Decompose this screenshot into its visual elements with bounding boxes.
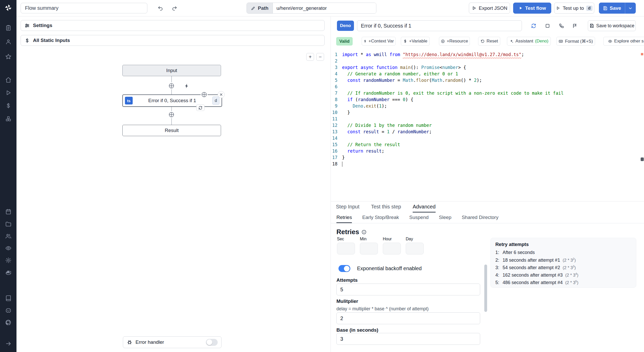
retry-attempts-title: Retry attempts [495,242,631,247]
info-icon[interactable] [361,230,367,235]
undo-button[interactable] [156,4,165,13]
users-icon[interactable] [3,231,13,241]
multiplier-input[interactable] [336,312,480,324]
subtab-shared-directory[interactable]: Shared Directory [462,213,498,223]
export-json-button[interactable]: Export JSON [469,3,510,14]
scrollbar-thumb[interactable] [484,265,487,312]
assistant-lang-label: (Deno) [535,39,548,44]
insert-branch-button[interactable] [201,91,208,98]
whale-icon[interactable] [3,267,13,277]
step-name-input[interactable] [357,20,522,31]
tab-test-this-step[interactable]: Test this step [371,201,401,213]
book-icon[interactable] [3,293,13,303]
add-variable-button[interactable]: +Variable [401,37,430,46]
user-icon[interactable] [3,37,13,47]
format-button[interactable]: Format (⌘+S) [556,37,595,46]
folder-icon[interactable] [3,219,13,229]
line-number: 4 [331,71,337,77]
sec-input[interactable] [337,243,355,254]
insert-step-button[interactable] [168,82,175,89]
line-number: 3 [331,64,337,71]
calendar-icon[interactable] [3,206,13,217]
zoom-out-button[interactable]: − [316,53,324,61]
sync-button[interactable] [529,21,538,30]
zoom-in-button[interactable]: + [306,53,314,61]
exponential-backoff-toggle[interactable] [338,265,350,272]
flag-button[interactable] [570,21,580,30]
error-handler-toggle[interactable] [206,339,218,346]
star-icon[interactable] [3,51,13,62]
settings-section[interactable]: Settings [21,20,325,31]
path-group: Path [247,3,376,14]
add-resource-button[interactable]: +Resource [439,37,470,46]
discord-icon[interactable] [3,305,13,315]
phone-button[interactable] [556,21,566,30]
subtab-sleep[interactable]: Sleep [439,213,452,223]
step-editor-panel: Deno Save to workspace Valid +Context Va… [331,16,644,352]
dollar-icon[interactable] [3,100,13,111]
pencil-icon [251,6,256,11]
day-input[interactable] [406,243,424,254]
diff-editor-button[interactable] [543,21,552,30]
attempts-input[interactable] [336,284,480,295]
test-flow-button[interactable]: Test flow [513,3,551,14]
trigger-button[interactable] [183,83,190,89]
retry-constant-day-field: Day [406,237,424,254]
subtab-suspend[interactable]: Suspend [409,213,429,223]
assistant-button[interactable]: Assistant (Deno) [507,37,551,46]
delete-step-button[interactable] [218,91,225,98]
flow-node-result[interactable]: Result [122,125,221,136]
toggle-knob [207,339,212,345]
error-marker [641,53,643,55]
clipboard-icon[interactable] [3,23,13,33]
overview-ruler[interactable] [640,50,644,201]
code-line: import * as wmill from "https://deno.lan… [342,51,564,58]
explore-button[interactable]: Explore other s [603,37,644,46]
tab-step-input[interactable]: Step Input [336,201,359,213]
dollar-icon [403,39,407,43]
redo-button[interactable] [170,4,179,13]
add-context-var-button[interactable]: +Context Var [362,37,396,46]
save-dropdown-button[interactable] [625,3,636,14]
gutter: 123456789101112131415161718 [331,51,337,167]
all-static-inputs-label: All Static Inputs [33,38,70,43]
redo-icon [172,5,177,11]
arrow-right-icon[interactable] [3,338,13,349]
test-up-to-label: Test up to [563,5,584,11]
subtab-retries[interactable]: Retries [336,213,352,223]
gear-icon[interactable] [3,255,13,265]
min-input[interactable] [360,243,378,254]
tab-advanced[interactable]: Advanced [413,201,436,213]
wrap-loop-button[interactable] [196,104,205,111]
path-input[interactable] [273,3,376,13]
play-icon[interactable] [3,87,13,98]
valid-status-badge: Valid [336,37,353,46]
line-number: 17 [331,154,337,161]
insert-step-button[interactable] [168,111,175,118]
base-input[interactable] [336,333,480,345]
line-number: 6 [331,84,337,90]
multiplier-label: Mulitplier [336,298,358,304]
save-button[interactable]: Save [599,3,625,14]
path-chip[interactable]: Path [247,3,273,13]
github-icon[interactable] [3,317,13,328]
reset-button[interactable]: Reset [478,37,500,46]
hour-label: Hour [383,237,401,241]
advanced-sub-tabs: Retries Early Stop/Break Suspend Sleep S… [331,213,644,223]
add-context-var-label: +Context Var [369,39,394,44]
flow-node-input[interactable]: Input [122,65,221,76]
blocks-icon[interactable] [3,113,13,124]
hour-input[interactable] [383,243,401,254]
line-number: 16 [331,148,337,154]
flow-summary-input[interactable] [21,3,147,13]
code-editor[interactable]: 123456789101112131415161718 import * as … [331,50,644,201]
code-line: // If randomNumber is 0, exit the script… [342,90,564,96]
save-to-workspace-button[interactable]: Save to workspace [588,20,636,31]
test-up-to-button[interactable]: Test up to d [554,3,594,14]
home-icon[interactable] [3,75,13,85]
code-line: export async function main(): Promise<nu… [342,64,564,71]
step-node-label: Error if 0, Success if 1 [148,98,196,103]
subtab-early-stop[interactable]: Early Stop/Break [362,213,399,223]
eye-icon[interactable] [3,243,13,253]
all-static-inputs-section[interactable]: All Static Inputs [21,35,325,46]
